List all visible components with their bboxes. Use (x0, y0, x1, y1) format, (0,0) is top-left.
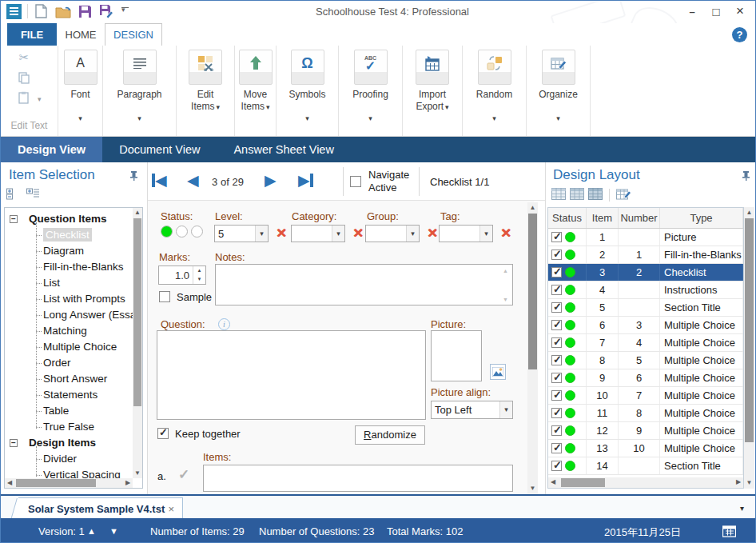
table-row[interactable]: 74Multiple Choice (548, 334, 743, 352)
table-row[interactable]: 1310Multiple Choice (548, 440, 743, 457)
scrollbar-thumb[interactable] (561, 478, 605, 487)
column-header-status[interactable]: Status (548, 208, 587, 228)
table-row[interactable]: 63Multiple Choice (548, 317, 743, 334)
previous-record-button[interactable] (187, 173, 199, 188)
table-row[interactable]: 14Section Title (548, 457, 743, 475)
collapse-icon[interactable] (10, 439, 18, 447)
layout-view-2-icon[interactable] (570, 188, 584, 202)
picture-box[interactable] (431, 330, 482, 381)
font-label[interactable]: Font (69, 89, 91, 114)
save-icon[interactable] (77, 3, 93, 19)
symbols-label[interactable]: Symbols (287, 89, 327, 114)
organize-label[interactable]: Organize (537, 89, 579, 114)
column-header-item[interactable]: Item (587, 208, 619, 228)
scrollbar-thumb[interactable] (745, 218, 754, 442)
table-row[interactable]: 129Multiple Choice (548, 422, 743, 440)
minimize-button[interactable] (680, 1, 704, 22)
tree-vertical-scrollbar[interactable] (133, 208, 142, 478)
scroll-down-icon[interactable] (503, 297, 508, 302)
tree-item[interactable]: Fill-in-the-Blanks (5, 259, 133, 275)
maximize-button[interactable] (704, 1, 728, 22)
new-document-icon[interactable] (34, 3, 50, 19)
organize-button[interactable] (542, 50, 575, 85)
app-menu-icon[interactable] (6, 3, 22, 19)
scroll-left-icon[interactable] (548, 477, 558, 488)
tree-item[interactable]: True False (5, 419, 133, 435)
tab-design-view[interactable]: Design View (1, 137, 102, 162)
scroll-right-icon[interactable] (123, 478, 133, 488)
save-as-icon[interactable] (98, 3, 114, 19)
status-radio-green[interactable] (161, 226, 173, 238)
edit-items-button[interactable] (189, 50, 222, 85)
table-row[interactable]: 5Section Title (548, 299, 743, 317)
paste-dropdown-icon[interactable] (38, 95, 42, 103)
row-checkbox[interactable] (551, 443, 562, 453)
proofing-label[interactable]: Proofing (351, 89, 390, 114)
scroll-down-icon[interactable] (744, 479, 754, 487)
tag-combobox[interactable] (439, 225, 493, 242)
table-row[interactable]: 32Checklist (548, 264, 743, 281)
next-record-button[interactable] (265, 173, 277, 188)
row-checkbox[interactable] (551, 425, 562, 436)
form-vertical-scrollbar[interactable] (527, 202, 538, 494)
chevron-down-icon[interactable] (479, 226, 492, 242)
status-radio-3[interactable] (191, 226, 203, 238)
row-checkbox[interactable] (551, 355, 562, 365)
table-row[interactable]: 96Multiple Choice (548, 369, 743, 387)
row-checkbox[interactable] (551, 250, 562, 260)
notes-textarea[interactable] (215, 264, 513, 305)
scroll-down-icon[interactable] (527, 485, 538, 493)
navigate-active-checkbox[interactable] (350, 176, 361, 187)
tab-file[interactable]: FILE (7, 23, 57, 46)
paragraph-button[interactable] (123, 50, 157, 85)
spin-down-icon[interactable] (193, 275, 205, 284)
chevron-down-icon[interactable] (332, 226, 344, 242)
pin-icon[interactable] (742, 170, 751, 182)
tree-item[interactable]: Diagram (5, 243, 133, 259)
gray-checkmark-icon[interactable] (178, 466, 189, 483)
chevron-down-icon[interactable] (305, 114, 309, 122)
chevron-down-icon[interactable] (368, 114, 372, 122)
collapse-icon[interactable] (10, 215, 18, 223)
paste-icon[interactable] (17, 90, 31, 105)
table-row[interactable]: 21Fill-in-the-Blanks (548, 246, 743, 264)
info-icon[interactable] (218, 318, 230, 330)
tree-item[interactable]: Vertical Spacing (5, 467, 133, 478)
row-checkbox[interactable] (551, 320, 562, 330)
chevron-down-icon[interactable] (78, 114, 82, 122)
category-combobox[interactable] (291, 225, 345, 242)
scroll-left-icon[interactable] (5, 478, 14, 488)
tab-document-view[interactable]: Document View (102, 137, 217, 162)
tree-item[interactable]: List (5, 275, 133, 291)
move-items-label[interactable]: Move Items (237, 89, 275, 114)
tree-item[interactable]: Long Answer (Essay) (5, 307, 133, 323)
scroll-right-icon[interactable] (734, 477, 743, 488)
marks-spinner[interactable]: 1.0 (158, 266, 206, 285)
chevron-down-icon[interactable] (137, 114, 141, 122)
pin-icon[interactable] (129, 170, 139, 182)
row-checkbox[interactable] (551, 408, 562, 418)
chevron-down-icon[interactable] (492, 114, 496, 122)
tree-item[interactable]: Short Answer (5, 371, 133, 387)
table-vertical-scrollbar[interactable] (744, 207, 754, 489)
tree-item[interactable]: Order (5, 355, 133, 371)
keep-together-checkbox[interactable] (157, 428, 169, 439)
font-button[interactable] (64, 50, 97, 85)
help-icon[interactable] (732, 27, 747, 42)
version-up-icon[interactable] (87, 526, 96, 536)
clear-group-icon[interactable] (425, 225, 440, 241)
edit-items-label[interactable]: Edit Items (182, 89, 229, 114)
customize-toolbar-icon[interactable] (120, 6, 131, 17)
tree-item[interactable]: Matching (5, 323, 133, 339)
random-label[interactable]: Random (475, 89, 514, 114)
spin-up-icon[interactable] (193, 266, 205, 275)
edit-table-icon[interactable] (616, 188, 631, 202)
version-down-icon[interactable] (109, 526, 118, 536)
scrollbar-thumb[interactable] (528, 214, 537, 369)
table-horizontal-scrollbar[interactable] (548, 477, 743, 488)
scroll-up-icon[interactable] (527, 204, 538, 212)
navigate-active-label[interactable]: Navigate Active (368, 169, 416, 194)
table-row[interactable]: 85Multiple Choice (548, 352, 743, 369)
row-checkbox[interactable] (551, 285, 562, 295)
tree-item[interactable]: Statements (5, 387, 133, 403)
